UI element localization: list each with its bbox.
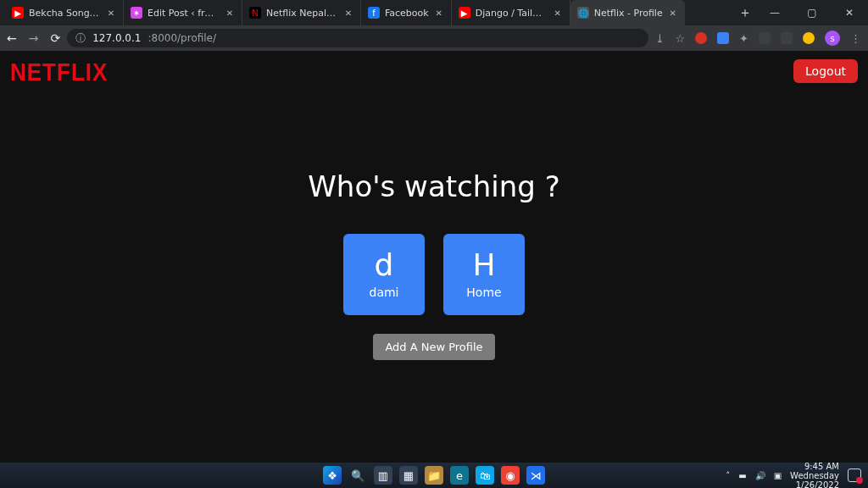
- taskbar-search-icon[interactable]: 🔍: [348, 466, 367, 485]
- window-controls: — ▢ ✕: [756, 0, 868, 25]
- clock-date: 1/26/2022: [790, 480, 839, 489]
- windows-taskbar: ❖ 🔍 ▥ ▦ 📁 e 🛍 ◉ ⋊ ˄ ▬ 🔊 ▣ 9:45 AM Wednes…: [0, 463, 868, 488]
- page-title: Who's watching ?: [308, 169, 559, 203]
- tab-close-icon[interactable]: ✕: [225, 8, 235, 18]
- browser-tab[interactable]: 🌐Netflix - Profile✕: [570, 0, 685, 25]
- taskbar-center: ❖ 🔍 ▥ ▦ 📁 e 🛍 ◉ ⋊: [323, 466, 545, 485]
- install-app-icon[interactable]: ⤓: [655, 32, 665, 45]
- reload-button[interactable]: ⟳: [50, 31, 60, 45]
- window-minimize-button[interactable]: —: [756, 0, 793, 25]
- browser-tab[interactable]: ✶Edit Post ‹ free project✕: [124, 0, 242, 25]
- network-icon[interactable]: ▬: [738, 471, 746, 480]
- address-host: 127.0.0.1: [92, 32, 141, 44]
- browser-tab[interactable]: ▶Django / Tailwind Tut✕: [452, 0, 570, 25]
- tab-title: Bekcha Songs Collecti: [29, 8, 101, 19]
- browser-toolbar: ← → ⟳ ⓘ 127.0.0.1:8000/profile/ ⤓ ☆ ✦ s …: [0, 25, 868, 51]
- extension-icon[interactable]: [781, 32, 793, 44]
- bookmark-star-icon[interactable]: ☆: [675, 32, 685, 45]
- tab-list: ▶Bekcha Songs Collecti✕✶Edit Post ‹ free…: [0, 0, 734, 25]
- tab-close-icon[interactable]: ✕: [343, 8, 353, 18]
- netflix-logo[interactable]: NETFLIX: [10, 58, 108, 86]
- browser-tab[interactable]: ▶Bekcha Songs Collecti✕: [5, 0, 124, 25]
- chrome-icon[interactable]: ◉: [501, 466, 520, 485]
- file-explorer-icon[interactable]: 📁: [425, 466, 443, 485]
- volume-icon[interactable]: 🔊: [755, 471, 765, 480]
- notifications-icon[interactable]: [848, 469, 861, 482]
- browser-tabstrip: ▶Bekcha Songs Collecti✕✶Edit Post ‹ free…: [0, 0, 868, 25]
- tab-favicon: N: [249, 7, 261, 19]
- tab-favicon: f: [368, 7, 380, 19]
- tab-title: Netflix - Profile: [594, 8, 663, 19]
- task-view-icon[interactable]: ▥: [374, 466, 392, 485]
- extension-icon[interactable]: [803, 32, 815, 44]
- logout-button[interactable]: Logout: [793, 59, 858, 83]
- tab-close-icon[interactable]: ✕: [434, 8, 444, 18]
- window-close-button[interactable]: ✕: [831, 0, 868, 25]
- tab-favicon: ▶: [12, 7, 24, 19]
- tab-close-icon[interactable]: ✕: [553, 8, 563, 18]
- extension-icon[interactable]: [759, 32, 771, 44]
- tab-favicon: 🌐: [577, 7, 589, 19]
- new-tab-button[interactable]: ＋: [734, 0, 756, 25]
- tab-close-icon[interactable]: ✕: [106, 8, 116, 18]
- address-path: :8000/profile/: [147, 32, 216, 44]
- profile-card[interactable]: HHome: [443, 234, 525, 315]
- extension-icon[interactable]: [717, 32, 729, 44]
- profile-name: Home: [466, 286, 501, 299]
- add-profile-button[interactable]: Add A New Profile: [373, 334, 494, 360]
- back-button[interactable]: ←: [7, 31, 17, 45]
- tray-chevron-icon[interactable]: ˄: [726, 471, 730, 480]
- tab-title: Facebook: [385, 8, 429, 19]
- window-maximize-button[interactable]: ▢: [793, 0, 831, 25]
- address-bar[interactable]: ⓘ 127.0.0.1:8000/profile/: [67, 29, 648, 47]
- profile-list: ddamiHHome: [343, 234, 525, 315]
- browser-tab[interactable]: fFacebook✕: [361, 0, 452, 25]
- clock-day: Wednesday: [790, 471, 839, 480]
- toolbar-right: ⤓ ☆ ✦ s ⋮: [655, 30, 861, 46]
- vscode-icon[interactable]: ⋊: [526, 466, 545, 485]
- nav-buttons: ← → ⟳: [7, 31, 60, 45]
- extension-icon[interactable]: [695, 32, 707, 44]
- kebab-menu-icon[interactable]: ⋮: [850, 32, 861, 45]
- clock-time: 9:45 AM: [790, 462, 839, 471]
- page-viewport: NETFLIX Logout Who's watching ? ddamiHHo…: [0, 51, 868, 463]
- start-button[interactable]: ❖: [323, 466, 342, 485]
- site-info-icon[interactable]: ⓘ: [75, 31, 86, 46]
- store-icon[interactable]: 🛍: [476, 466, 494, 485]
- forward-button[interactable]: →: [29, 31, 39, 45]
- profile-initial: d: [375, 250, 394, 280]
- browser-tab[interactable]: NNetflix Nepal - Watch✕: [242, 0, 361, 25]
- profile-avatar[interactable]: s: [825, 30, 840, 46]
- tab-close-icon[interactable]: ✕: [668, 8, 678, 18]
- profile-name: dami: [370, 286, 399, 299]
- tab-title: Netflix Nepal - Watch: [266, 8, 338, 19]
- profile-initial: H: [472, 250, 495, 280]
- tab-title: Django / Tailwind Tut: [476, 8, 548, 19]
- battery-icon[interactable]: ▣: [774, 471, 782, 480]
- widgets-icon[interactable]: ▦: [399, 466, 418, 485]
- edge-icon[interactable]: e: [450, 466, 469, 485]
- tab-favicon: ✶: [131, 7, 142, 19]
- taskbar-clock[interactable]: 9:45 AM Wednesday 1/26/2022: [790, 462, 839, 489]
- tab-title: Edit Post ‹ free project: [147, 8, 220, 19]
- profile-chooser: Who's watching ? ddamiHHome Add A New Pr…: [0, 169, 868, 360]
- extensions-puzzle-icon[interactable]: ✦: [739, 32, 748, 45]
- system-tray: ˄ ▬ 🔊 ▣ 9:45 AM Wednesday 1/26/2022: [726, 462, 861, 489]
- profile-card[interactable]: ddami: [343, 234, 425, 315]
- tab-favicon: ▶: [459, 7, 470, 19]
- page-header: NETFLIX Logout: [0, 51, 868, 86]
